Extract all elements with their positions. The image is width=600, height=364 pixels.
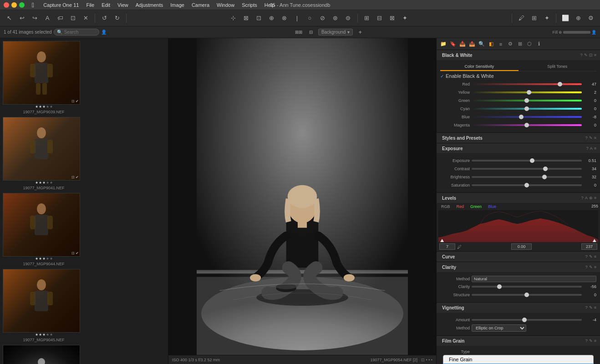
exp-menu-icon[interactable]: ≡ xyxy=(594,146,596,151)
reset-tool[interactable]: ↺ xyxy=(99,13,110,24)
curve-help-icon[interactable]: ? xyxy=(585,254,588,259)
green-track[interactable] xyxy=(472,100,582,101)
thumbnail-1[interactable]: ⊡ ✔ ★★★★★ 19077_MGP9039.NEF xyxy=(3,41,85,115)
view-tool2[interactable]: ⊟ xyxy=(374,13,385,24)
exposure-header[interactable]: Exposure ? A ≡ xyxy=(437,143,600,153)
levels-help-icon[interactable]: ? xyxy=(581,196,584,200)
levels-mid-input[interactable]: 0.00 xyxy=(511,243,532,250)
clarity-edit-icon[interactable]: ✎ xyxy=(589,265,593,269)
styles-menu-icon[interactable]: ≡ xyxy=(594,136,596,140)
vign-method-select[interactable]: Elliptic on Crop xyxy=(472,324,526,332)
menu-view[interactable]: View xyxy=(117,2,128,8)
close-button[interactable] xyxy=(4,2,9,8)
bw-header[interactable]: Black & White ? ✎ ⊡ ≡ xyxy=(437,50,600,60)
grid-view[interactable]: ⊞⊞ xyxy=(293,27,304,38)
vignetting-header[interactable]: Vignetting ? ✎ ≡ xyxy=(437,303,600,313)
info-icon[interactable]: ℹ xyxy=(535,40,543,48)
styles-edit-icon[interactable]: ✎ xyxy=(589,136,593,140)
search-input[interactable] xyxy=(64,30,96,35)
bookmark-icon[interactable]: 🔖 xyxy=(449,40,457,48)
levels-header[interactable]: Levels ? A ⊕ ≡ xyxy=(437,193,600,203)
heal-tool[interactable]: ⊕ xyxy=(266,13,277,24)
menu-scripts[interactable]: Scripts xyxy=(242,2,257,8)
search-box[interactable]: 🔍 xyxy=(54,29,99,35)
exposure-track[interactable] xyxy=(472,160,582,162)
thumbnail-5[interactable]: ⊕ ⊡ ✔ ★★★★★ 19077_MGP9049.NEF xyxy=(3,345,85,364)
copy-tool[interactable]: ⊡ xyxy=(67,13,78,24)
clarity-menu-icon[interactable]: ≡ xyxy=(594,265,596,269)
view-tool3[interactable]: ⊠ xyxy=(387,13,398,24)
menu-image[interactable]: Image xyxy=(170,2,184,8)
edit-icon[interactable]: ✎ xyxy=(584,53,588,57)
import-icon[interactable]: 📥 xyxy=(458,40,467,48)
undo-button[interactable]: ↩ xyxy=(16,13,27,24)
menu-adjustments[interactable]: Adjustments xyxy=(136,2,163,8)
styles-help-icon[interactable]: ? xyxy=(585,136,588,140)
eyedropper-tool[interactable]: 🖊 xyxy=(516,13,527,24)
settings-tool[interactable]: ⚙ xyxy=(585,13,596,24)
levels-edit-icon[interactable]: A xyxy=(585,196,588,200)
thumb-image-4[interactable] xyxy=(3,269,80,333)
main-image-area[interactable] xyxy=(168,38,436,355)
cursor-tool[interactable]: ↖ xyxy=(4,13,15,24)
menu-window[interactable]: Window xyxy=(217,2,234,8)
search-panel-icon[interactable]: 🔍 xyxy=(478,40,486,48)
blue-track[interactable] xyxy=(472,116,582,118)
minimize-button[interactable] xyxy=(11,2,17,8)
levels-tab-red[interactable]: Red xyxy=(454,204,467,209)
mask-icon[interactable]: ⬡ xyxy=(525,40,534,48)
export-icon[interactable]: 📤 xyxy=(468,40,476,48)
exp-help-icon[interactable]: ? xyxy=(586,146,589,151)
film-grain-header[interactable]: Film Grain ? ✎ ≡ xyxy=(437,336,600,346)
grain-type-dropdown[interactable]: Fine Grain Silver Rich Soft Grain Cubic … xyxy=(443,355,594,364)
add-collection-button[interactable]: + xyxy=(355,27,366,38)
magenta-track[interactable] xyxy=(472,124,582,126)
text-tool[interactable]: A xyxy=(42,13,53,24)
apple-menu[interactable]:  xyxy=(32,1,34,9)
menu-edit[interactable]: Edit xyxy=(102,2,110,8)
circle-tool[interactable]: ○ xyxy=(305,13,315,24)
thumb-image-3[interactable]: ⊡ ✔ xyxy=(3,193,80,257)
styles-header[interactable]: Styles and Presets ? ✎ ≡ xyxy=(437,133,600,143)
thumbnail-2[interactable]: ⊡ ✔ ★★★★★ 19077_MGP9041.NEF xyxy=(3,117,85,191)
badge-tool[interactable]: 🏷 xyxy=(55,13,66,24)
menu-camera[interactable]: Camera xyxy=(192,2,209,8)
levels-white-input[interactable]: 255 xyxy=(581,243,597,250)
cyan-track[interactable] xyxy=(472,108,582,110)
redo-button[interactable]: ↪ xyxy=(29,13,40,24)
meta-icon[interactable]: ≡ xyxy=(497,40,505,48)
curve-edit-icon[interactable]: ✎ xyxy=(589,254,593,259)
grain-edit-icon[interactable]: ✎ xyxy=(589,339,593,343)
view-tool1[interactable]: ⊞ xyxy=(361,13,372,24)
grain-option-fine[interactable]: Fine Grain xyxy=(443,355,593,364)
collection-selector[interactable]: Background ▾ xyxy=(318,29,353,35)
sync-tool[interactable]: ↻ xyxy=(112,13,122,24)
yellow-track[interactable] xyxy=(472,91,582,93)
vign-help-icon[interactable]: ? xyxy=(585,305,588,310)
levels-black-input[interactable]: 7 xyxy=(439,243,455,250)
thumb-image-2[interactable]: ⊡ ✔ xyxy=(3,117,80,181)
export-tool[interactable]: ⬜ xyxy=(560,13,571,24)
vign-track[interactable] xyxy=(472,319,582,321)
red-track[interactable] xyxy=(472,83,582,85)
structure-track[interactable] xyxy=(472,294,582,296)
view-tool4[interactable]: ✦ xyxy=(400,13,411,24)
thumbnail-3[interactable]: ⊡ ✔ ★★★★★ 19077_MGP9044.NEF xyxy=(3,193,85,267)
vign-menu-icon[interactable]: ≡ xyxy=(594,305,596,310)
grain-help-icon[interactable]: ? xyxy=(585,339,588,343)
brightness-track[interactable] xyxy=(472,176,582,178)
adjust-panel-icon[interactable]: ◧ xyxy=(487,40,495,48)
split-tones-tab[interactable]: Split Tones xyxy=(519,63,597,71)
levels-eyedropper[interactable]: 🖊 xyxy=(457,244,462,249)
help-icon[interactable]: ? xyxy=(580,53,583,57)
clarity-help-icon[interactable]: ? xyxy=(585,265,588,269)
pen-tool[interactable]: | xyxy=(292,13,303,24)
crop-tool[interactable]: ⊠ xyxy=(241,13,252,24)
single-view[interactable]: ⊟ xyxy=(305,27,316,38)
settings-icon[interactable]: ⚙ xyxy=(506,40,514,48)
thumb-image-1[interactable]: ⊡ ✔ xyxy=(3,41,80,105)
exp-auto-icon[interactable]: A xyxy=(590,146,593,151)
color-sensitivity-tab[interactable]: Color Sensitivity xyxy=(440,63,519,71)
contrast-track[interactable] xyxy=(472,168,582,170)
levels-eye-icon[interactable]: ⊕ xyxy=(589,196,593,200)
